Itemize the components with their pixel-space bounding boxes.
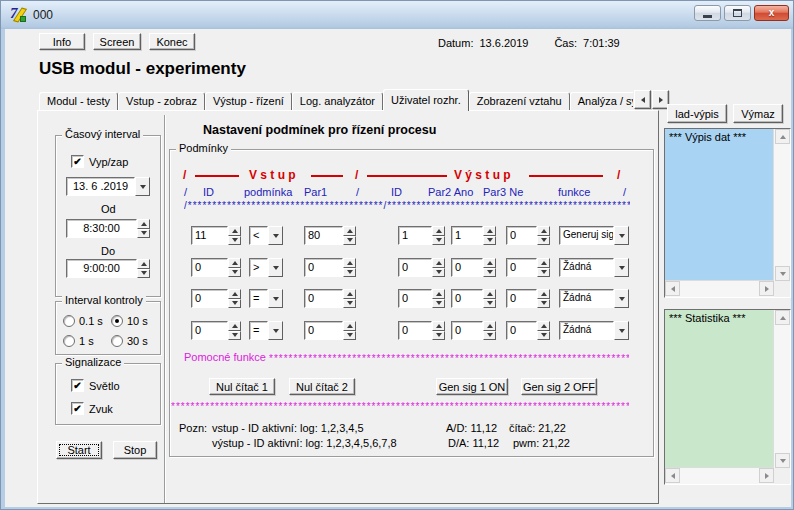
scroll-down-button[interactable] bbox=[775, 453, 790, 468]
scroll-up-button[interactable] bbox=[775, 129, 790, 144]
app-window: 7 000 x Info Screen Konec Datum: 13.6.20… bbox=[0, 0, 794, 510]
scroll-left-button[interactable] bbox=[665, 281, 680, 296]
screen-button[interactable]: Screen bbox=[93, 33, 141, 50]
minimize-icon bbox=[703, 15, 712, 18]
vertical-scrollbar[interactable] bbox=[773, 310, 790, 468]
cas-label: Čas: bbox=[554, 37, 577, 49]
tab-modul-testy[interactable]: Modul - testy bbox=[39, 92, 118, 111]
tab-scroll-left-button[interactable] bbox=[634, 90, 651, 109]
tab-zobrazeni-vztahu[interactable]: Zobrazení vztahu bbox=[469, 92, 570, 111]
titlebar[interactable]: 7 000 x bbox=[1, 1, 793, 29]
app-icon: 7 bbox=[10, 6, 28, 23]
vymaz-button[interactable]: Výmaz bbox=[733, 104, 783, 123]
window-title: 000 bbox=[33, 8, 53, 22]
cas-value: 7:01:39 bbox=[583, 37, 620, 49]
maximize-icon bbox=[733, 9, 742, 17]
statistika-header: *** Statistika *** bbox=[669, 312, 745, 324]
scroll-down-button[interactable] bbox=[775, 266, 790, 281]
tab-vstup-zobraz[interactable]: Vstup - zobraz bbox=[118, 92, 205, 111]
datum-label: Datum: bbox=[438, 37, 473, 49]
scroll-right-button[interactable] bbox=[759, 281, 774, 296]
arrow-left-icon bbox=[641, 97, 645, 103]
tab-strip: Modul - testy Vstup - zobraz Výstup - ří… bbox=[39, 89, 633, 111]
close-icon: x bbox=[769, 8, 775, 18]
maximize-button[interactable] bbox=[724, 5, 751, 21]
page-title: USB modul - experimenty bbox=[39, 59, 246, 79]
lad-vypis-button[interactable]: lad-výpis bbox=[667, 104, 727, 123]
tab-uzivatel-rozhr[interactable]: Uživatel rozhr. bbox=[383, 89, 469, 111]
arrow-right-icon bbox=[659, 97, 663, 103]
scroll-right-button[interactable] bbox=[759, 468, 774, 483]
info-button[interactable]: Info bbox=[39, 33, 85, 50]
tab-log-analyzator[interactable]: Log. analyzátor bbox=[292, 92, 383, 111]
tab-analyza-synteza[interactable]: Analýza / syntéza bbox=[570, 92, 633, 111]
scroll-left-button[interactable] bbox=[665, 468, 680, 483]
horizontal-scrollbar[interactable] bbox=[665, 280, 774, 297]
vypis-dat-header: *** Výpis dat *** bbox=[669, 131, 746, 143]
minimize-button[interactable] bbox=[694, 5, 721, 21]
close-button[interactable]: x bbox=[754, 5, 789, 21]
datum-value: 13.6.2019 bbox=[479, 37, 528, 49]
statistika-listbox[interactable]: *** Statistika *** bbox=[664, 309, 791, 485]
vertical-scrollbar[interactable] bbox=[773, 129, 790, 281]
scroll-up-button[interactable] bbox=[775, 310, 790, 325]
tab-page-uzivatel-rozhr bbox=[37, 110, 659, 504]
vypis-dat-listbox[interactable]: *** Výpis dat *** bbox=[664, 128, 791, 298]
horizontal-scrollbar[interactable] bbox=[665, 467, 774, 484]
konec-button[interactable]: Konec bbox=[149, 33, 195, 50]
datetime-bar: Datum: 13.6.2019 Čas: 7:01:39 bbox=[438, 37, 620, 49]
tab-vystup-rizeni[interactable]: Výstup - řízení bbox=[205, 92, 292, 111]
